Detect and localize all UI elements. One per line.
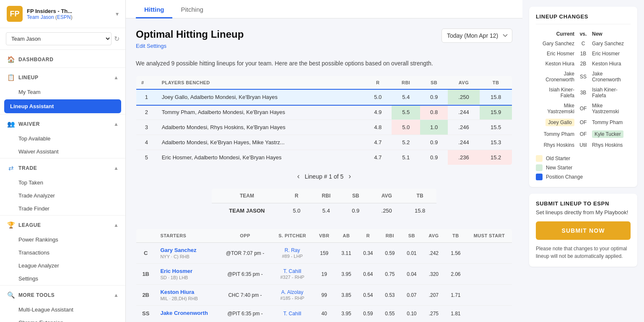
starters-col-avg: AVG [423, 229, 445, 243]
sidebar-item-multi-league[interactable]: Multi-League Assistant [0, 303, 125, 316]
nav-section-header-lineup[interactable]: 📋 LINEUP ▲ [0, 68, 125, 86]
lineup-num-cell: 3 [136, 120, 157, 135]
team-tb-cell: 15.8 [403, 203, 437, 218]
lineup-row[interactable]: 3 Adalberto Mondesi, Rhys Hoskins, Ke'Br… [136, 120, 512, 135]
starter-pos: C [136, 243, 156, 264]
trade-icon: ⇄ [7, 164, 15, 172]
lineup-players-cell: Joey Gallo, Adalberto Mondesi, Ke'Bryan … [157, 90, 364, 105]
starter-player-link[interactable]: Eric Hosmer [160, 268, 192, 274]
starter-pitcher-link[interactable]: T. Cahill [283, 311, 301, 317]
sidebar-team-name: Team Jason [27, 14, 54, 20]
lineup-rbi-cell: 5.5 [392, 105, 421, 120]
starter-pitcher-link[interactable]: R. Ray [285, 247, 300, 253]
sidebar-item-chrome-extension[interactable]: Chrome Extension [0, 316, 125, 322]
sidebar-item-league-analyzer[interactable]: League Analyzer [0, 259, 125, 272]
starter-pos: SS [136, 306, 156, 322]
starter-sb: 0.10 [401, 306, 423, 322]
lc-pos-cell: OF [577, 117, 589, 128]
lc-new-cell: Isiah Kiner-Falefa [589, 85, 631, 101]
starter-player-link[interactable]: Keston Hiura [160, 289, 194, 295]
lineup-row[interactable]: 5 Eric Hosmer, Adalberto Mondesi, Ke'Bry… [136, 150, 512, 165]
lineup-row[interactable]: 4 Adalberto Mondesi, Ke'Bryan Hayes, Mik… [136, 135, 512, 150]
sidebar-item-top-taken[interactable]: Top Taken [0, 176, 125, 189]
submit-description: Set lineups directly from My Playbook! [536, 209, 631, 216]
right-panel: LINEUP CHANGES Current vs. New Gary Sanc… [522, 0, 644, 322]
lineup-change-row: Jake Cronenworth SS Jake Cronenworth [536, 69, 631, 85]
lineup-prev-button[interactable]: ‹ [297, 172, 300, 181]
sidebar-item-my-team[interactable]: My Team [0, 86, 125, 99]
starter-pitcher-cell: T. Cahill #327 - RHP [272, 264, 313, 285]
starter-pitcher-cell: T. Cahill [272, 306, 313, 322]
tab-pitching[interactable]: Pitching [172, 0, 211, 18]
nav-section-header-dashboard[interactable]: 🏠 DASHBOARD [0, 50, 125, 68]
starters-col-name: STARTERS [155, 229, 218, 243]
lineup-avg-cell: .244 [448, 105, 480, 120]
sidebar-item-transactions[interactable]: Transactions [0, 246, 125, 259]
sidebar-item-trade-finder[interactable]: Trade Finder [0, 202, 125, 215]
starter-player-link[interactable]: Gary Sanchez [160, 247, 196, 253]
lineup-section-label: LINEUP [18, 75, 110, 80]
nav-section-header-league[interactable]: 🏆 LEAGUE ▲ [0, 216, 125, 233]
date-dropdown[interactable]: Today (Mon Apr 12) [441, 29, 512, 43]
sidebar: FP FP Insiders - Th... Team Jason (ESPN)… [0, 0, 126, 322]
lc-pos-cell: 1B [577, 49, 589, 59]
starter-r: 0.59 [357, 306, 379, 322]
lc-current-cell: Jake Cronenworth [536, 69, 577, 85]
lc-new-cell: Rhys Hoskins [589, 140, 631, 150]
sidebar-item-waiver-assistant[interactable]: Waiver Assistant [0, 145, 125, 158]
sidebar-item-settings[interactable]: Settings [0, 272, 125, 285]
starter-rbi: 0.59 [379, 243, 401, 264]
lineup-row[interactable]: 1 Joey Gallo, Adalberto Mondesi, Ke'Brya… [136, 90, 512, 105]
sidebar-item-power-rankings[interactable]: Power Rankings [0, 233, 125, 246]
lc-header-vs: vs. [577, 29, 589, 39]
lineup-num-cell: 1 [136, 90, 157, 105]
refresh-icon[interactable]: ↻ [114, 35, 119, 43]
starter-tb: 1.56 [445, 243, 467, 264]
analysis-text: We analyzed 9 possible hitting lineups f… [136, 59, 512, 68]
sidebar-item-lineup-assistant[interactable]: Lineup Assistant [4, 99, 121, 113]
nav-section-header-more[interactable]: 🔍 MORE TOOLS ▲ [0, 286, 125, 303]
lc-new-cell: Jake Cronenworth [589, 69, 631, 85]
starters-col-pos [136, 229, 156, 243]
app-logo-icon: FP [7, 6, 23, 22]
nav-section-header-trade[interactable]: ⇄ TRADE ▲ [0, 158, 125, 176]
starters-col-r: R [357, 229, 379, 243]
lc-current-cell: Joey Gallo [536, 117, 577, 128]
starter-pitcher-link[interactable]: A. Alzolay [281, 289, 304, 295]
lineup-sb-cell: 0.8 [420, 105, 447, 120]
starter-rbi: 0.75 [379, 264, 401, 285]
sidebar-collapse-chevron[interactable]: ▾ [116, 10, 119, 17]
starter-player-sub: SD · 1B) LHB [160, 275, 213, 280]
dashboard-section-label: DASHBOARD [18, 57, 119, 62]
sidebar-team-platform: Team Jason (ESPN) [27, 14, 73, 20]
edit-settings-link[interactable]: Edit Settings [136, 43, 166, 49]
nav-section-header-waiver[interactable]: 👥 WAIVER ▲ [0, 114, 125, 132]
tab-hitting[interactable]: Hitting [136, 0, 172, 18]
more-tools-section-label: MORE TOOLS [18, 292, 110, 298]
nav-section-more-tools: 🔍 MORE TOOLS ▲ Multi-League Assistant Ch… [0, 286, 125, 322]
sidebar-item-trade-analyzer[interactable]: Trade Analyzer [0, 189, 125, 202]
starter-ab: 3.11 [335, 243, 357, 264]
lineup-players-cell: Adalberto Mondesi, Ke'Bryan Hayes, Mike … [157, 135, 364, 150]
submit-now-button[interactable]: SUBMIT NOW [536, 221, 631, 240]
starter-must-start [467, 306, 512, 322]
waiver-section-label: WAIVER [18, 121, 110, 127]
team-selector-dropdown[interactable]: Team Jason [6, 32, 112, 45]
lc-pos-cell: 2B [577, 59, 589, 69]
lineup-row[interactable]: 2 Tommy Pham, Adalberto Mondesi, Ke'Brya… [136, 105, 512, 120]
lineup-next-button[interactable]: › [348, 172, 351, 181]
sidebar-item-top-available[interactable]: Top Available [0, 132, 125, 145]
lineup-sb-cell: 0.9 [420, 90, 447, 105]
lineup-col-tb: TB [480, 76, 512, 90]
starter-pitcher-link[interactable]: T. Cahill [283, 268, 301, 274]
legend-old-label: Old Starter [546, 156, 570, 161]
starter-avg: .275 [423, 306, 445, 322]
starter-pitcher-sub: #327 - RHP [280, 275, 304, 280]
lineup-change-row: Isiah Kiner-Falefa 3B Isiah Kiner-Falefa [536, 85, 631, 101]
lineup-avg-cell: .246 [448, 120, 480, 135]
starter-player-link[interactable]: Jake Cronenworth [160, 310, 208, 316]
lineup-avg-cell: .250 [448, 90, 480, 105]
nav-section-lineup: 📋 LINEUP ▲ My Team Lineup Assistant [0, 68, 125, 114]
sidebar-nav: 🏠 DASHBOARD 📋 LINEUP ▲ My Team Lineup As… [0, 50, 125, 322]
lc-current-cell: Eric Hosmer [536, 49, 577, 59]
